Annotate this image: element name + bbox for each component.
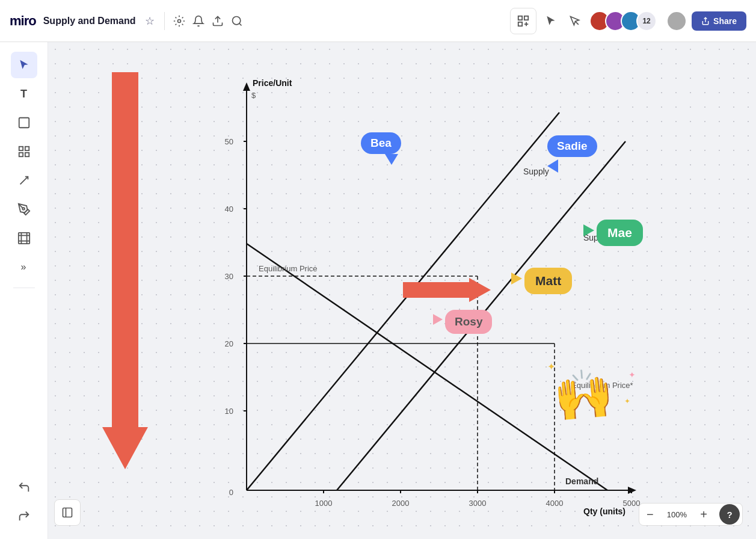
sidebar: T » (0, 42, 48, 539)
header-divider (164, 12, 165, 30)
svg-rect-4 (518, 16, 522, 19)
zoom-level: 100% (661, 510, 693, 519)
help-button[interactable]: ? (719, 504, 740, 525)
share-button[interactable]: Share (692, 11, 746, 31)
header: miro Supply and Demand ☆ 12 Share (0, 0, 756, 42)
tool-text[interactable]: T (11, 81, 37, 107)
svg-rect-12 (25, 153, 28, 156)
bell-button[interactable] (189, 11, 208, 31)
sparkle-3: ✦ (624, 397, 630, 405)
miro-logo: miro (10, 13, 36, 29)
tool-more[interactable]: » (11, 254, 37, 280)
cursor-matt: Matt (511, 268, 572, 294)
svg-rect-8 (19, 118, 29, 128)
svg-rect-11 (19, 153, 22, 156)
svg-text:4000: 4000 (546, 499, 564, 508)
star-button[interactable]: ☆ (140, 11, 159, 31)
zoom-controls: − 100% + ? (639, 503, 743, 526)
svg-marker-22 (243, 82, 250, 91)
cursor-rosy: Rosy (433, 310, 492, 334)
redo-button[interactable] (11, 503, 37, 529)
svg-text:Price/Unit: Price/Unit (253, 78, 292, 88)
svg-rect-5 (524, 16, 528, 19)
cursor-mae: Mae (583, 220, 643, 246)
avatar-group: 12 (589, 11, 657, 31)
svg-text:0: 0 (229, 488, 233, 497)
tool-frame[interactable] (11, 225, 37, 251)
svg-text:2000: 2000 (392, 499, 410, 508)
svg-rect-60 (63, 508, 72, 517)
svg-line-13 (20, 177, 28, 185)
svg-rect-6 (518, 22, 522, 25)
tool-shapes[interactable] (11, 138, 37, 165)
zoom-in-button[interactable]: + (693, 504, 715, 525)
svg-point-14 (22, 208, 25, 210)
canvas[interactable]: Price/Unit $ Qty (units) 50 40 30 20 10 … (48, 42, 756, 539)
avatar-count: 12 (636, 11, 657, 31)
svg-text:20: 20 (225, 339, 233, 348)
current-user-avatar (666, 11, 687, 31)
arrow-right (403, 278, 491, 302)
settings-button[interactable] (170, 11, 189, 31)
board-title: Supply and Demand (43, 16, 136, 26)
sparkle-1: ✦ (547, 361, 555, 372)
svg-text:1000: 1000 (315, 499, 333, 508)
cursor-sadie: Sadie (547, 135, 597, 173)
svg-text:Demand: Demand (565, 476, 598, 486)
zoom-out-button[interactable]: − (639, 504, 661, 525)
upload-button[interactable] (208, 11, 227, 31)
svg-rect-9 (19, 147, 22, 150)
header-right: 12 Share (510, 8, 746, 34)
svg-rect-10 (25, 147, 28, 150)
svg-text:Qty (units): Qty (units) (583, 507, 625, 516)
svg-text:50: 50 (225, 137, 233, 146)
search-button[interactable] (227, 11, 247, 31)
panel-toggle-button[interactable] (54, 499, 81, 526)
sidebar-bottom (11, 474, 37, 529)
arrow-head-down (102, 427, 148, 469)
tool-sticky[interactable] (11, 109, 37, 136)
svg-text:$: $ (251, 91, 256, 100)
svg-rect-15 (18, 233, 29, 244)
cursor-bea: Bea (361, 132, 401, 165)
sparkle-2: ✦ (628, 370, 636, 380)
svg-text:30: 30 (225, 272, 233, 281)
sidebar-separator (13, 288, 35, 288)
tool-select[interactable] (11, 52, 37, 78)
clapping-sticker: 🙌 (551, 365, 616, 426)
arrow-down (102, 72, 148, 469)
svg-text:40: 40 (225, 205, 233, 214)
tool-connector[interactable] (11, 167, 37, 194)
svg-text:Supply: Supply (523, 167, 549, 176)
svg-text:3000: 3000 (469, 499, 487, 508)
undo-button[interactable] (11, 474, 37, 500)
svg-point-0 (178, 19, 181, 22)
svg-point-2 (233, 16, 241, 24)
svg-line-3 (239, 23, 242, 25)
arrow-shaft-vertical (112, 72, 138, 427)
svg-text:10: 10 (225, 407, 233, 416)
svg-text:Equilibrium Price: Equilibrium Price (259, 264, 318, 273)
tool-pen[interactable] (11, 196, 37, 223)
cursor-mode-button[interactable] (541, 11, 561, 31)
smart-draw-button[interactable] (510, 8, 536, 34)
celebrate-button[interactable] (565, 11, 585, 31)
svg-text:5000: 5000 (623, 499, 641, 508)
